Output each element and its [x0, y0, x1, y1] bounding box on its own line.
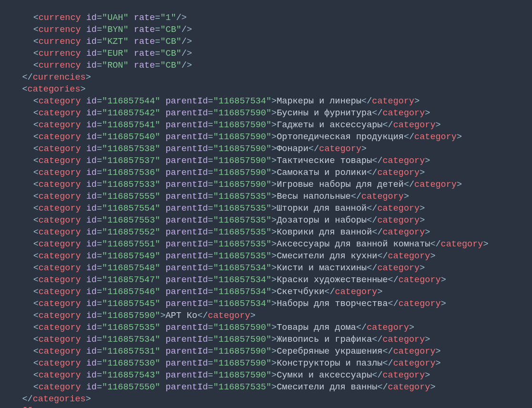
category-line: <category id="116857590">АРТ Ко</categor… — [0, 310, 532, 322]
category-line: <category id="116857543" parentId="11685… — [0, 369, 532, 381]
category-line: <category id="116857546" parentId="11685… — [0, 286, 532, 298]
category-line: <category id="116857550" parentId="11685… — [0, 381, 532, 393]
offers-open: <offers> — [0, 405, 532, 408]
category-line: <category id="116857530" parentId="11685… — [0, 357, 532, 369]
category-line: <category id="116857547" parentId="11685… — [0, 274, 532, 286]
category-line: <category id="116857545" parentId="11685… — [0, 298, 532, 310]
category-line: <category id="116857552" parentId="11685… — [0, 226, 532, 238]
category-line: <category id="116857535" parentId="11685… — [0, 322, 532, 334]
category-line: <category id="116857548" parentId="11685… — [0, 262, 532, 274]
currency-line: <currency id="BYN" rate="CB"/> — [0, 24, 532, 36]
category-line: <category id="116857541" parentId="11685… — [0, 119, 532, 131]
category-line: <category id="116857542" parentId="11685… — [0, 107, 532, 119]
category-line: <category id="116857551" parentId="11685… — [0, 238, 532, 250]
currencies-close: </currencies> — [0, 71, 532, 83]
category-line: <category id="116857533" parentId="11685… — [0, 179, 532, 191]
xml-code-block: <currency id="UAH" rate="1"/> <currency … — [0, 12, 532, 408]
categories-close: </categories> — [0, 393, 532, 405]
category-line: <category id="116857531" parentId="11685… — [0, 346, 532, 357]
category-line: <category id="116857537" parentId="11685… — [0, 155, 532, 167]
currency-line: <currency id="RON" rate="CB"/> — [0, 60, 532, 71]
category-line: <category id="116857554" parentId="11685… — [0, 203, 532, 214]
categories-open: <categories> — [0, 83, 532, 95]
category-line: <category id="116857534" parentId="11685… — [0, 334, 532, 346]
category-line: <category id="116857536" parentId="11685… — [0, 167, 532, 179]
currency-line: <currency id="KZT" rate="CB"/> — [0, 36, 532, 48]
category-line: <category id="116857553" parentId="11685… — [0, 214, 532, 226]
category-line: <category id="116857544" parentId="11685… — [0, 95, 532, 107]
category-line: <category id="116857549" parentId="11685… — [0, 250, 532, 262]
category-line: <category id="116857538" parentId="11685… — [0, 143, 532, 155]
currency-line: <currency id="EUR" rate="CB"/> — [0, 48, 532, 60]
category-line: <category id="116857555" parentId="11685… — [0, 191, 532, 203]
currency-line: <currency id="UAH" rate="1"/> — [0, 12, 532, 24]
category-line: <category id="116857540" parentId="11685… — [0, 131, 532, 143]
